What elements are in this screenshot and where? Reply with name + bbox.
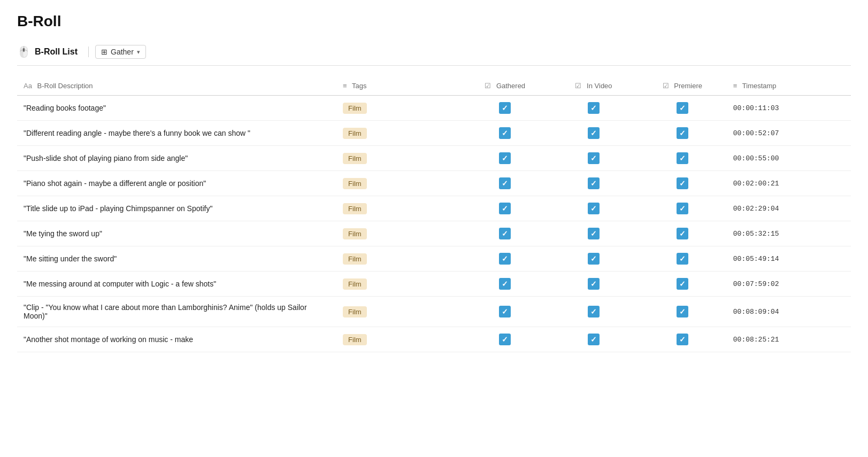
gather-label: Gather (111, 48, 134, 56)
tag-film[interactable]: Film (343, 278, 367, 290)
table-row: "Another shot montage of working on musi… (17, 327, 851, 352)
checkbox-checked[interactable]: ✓ (677, 152, 688, 164)
cell-invideo: ✓ (549, 297, 638, 327)
cell-tags: Film (336, 171, 460, 196)
toolbar-divider (88, 47, 89, 57)
cell-description: "Different reading angle - maybe there's… (17, 121, 336, 146)
cell-premiere: ✓ (638, 171, 727, 196)
checkbox-checked[interactable]: ✓ (499, 127, 511, 139)
cell-description: "Me sitting under the sword" (17, 246, 336, 272)
checkbox-checked[interactable]: ✓ (499, 334, 511, 345)
cell-description: "Clip - "You know what I care about more… (17, 297, 336, 327)
cell-description: "Title slide up to iPad - playing Chimps… (17, 196, 336, 221)
checkbox-checked[interactable]: ✓ (499, 102, 511, 114)
tag-film[interactable]: Film (343, 128, 367, 139)
cell-premiere: ✓ (638, 327, 727, 352)
check-icon-premiere: ☑ (663, 82, 669, 90)
cell-description: "Push-slide shot of playing piano from s… (17, 146, 336, 171)
cell-gathered: ✓ (460, 297, 549, 327)
cell-timestamp: 00:02:00:21 (727, 171, 851, 196)
checkbox-checked[interactable]: ✓ (499, 203, 511, 214)
text-icon: Aa (24, 82, 32, 90)
cell-gathered: ✓ (460, 196, 549, 221)
table-row: "Reading books footage" Film ✓ ✓ ✓ 00:00… (17, 96, 851, 121)
checkbox-checked[interactable]: ✓ (588, 334, 600, 345)
checkbox-checked[interactable]: ✓ (677, 278, 688, 290)
checkbox-checked[interactable]: ✓ (499, 278, 511, 290)
cell-premiere: ✓ (638, 246, 727, 272)
cell-premiere: ✓ (638, 96, 727, 121)
check-icon-invideo: ☑ (575, 82, 581, 90)
list-icon: ≡ (343, 82, 347, 90)
cell-gathered: ✓ (460, 221, 549, 246)
toolbar: 🖱️ B-Roll List ⊞ Gather ▾ (17, 45, 851, 66)
table-row: "Push-slide shot of playing piano from s… (17, 146, 851, 171)
cell-premiere: ✓ (638, 272, 727, 297)
checkbox-checked[interactable]: ✓ (588, 253, 600, 265)
checkbox-checked[interactable]: ✓ (588, 152, 600, 164)
tag-film[interactable]: Film (343, 103, 367, 114)
cell-timestamp: 00:00:55:00 (727, 146, 851, 171)
checkbox-checked[interactable]: ✓ (588, 203, 600, 214)
cell-premiere: ✓ (638, 196, 727, 221)
cell-gathered: ✓ (460, 272, 549, 297)
checkbox-checked[interactable]: ✓ (499, 152, 511, 164)
table-row: "Different reading angle - maybe there's… (17, 121, 851, 146)
cell-description: "Another shot montage of working on musi… (17, 327, 336, 352)
chevron-down-icon: ▾ (137, 49, 140, 56)
checkbox-checked[interactable]: ✓ (677, 253, 688, 265)
checkbox-checked[interactable]: ✓ (677, 334, 688, 345)
checkbox-checked[interactable]: ✓ (677, 177, 688, 189)
col-header-description: Aa B-Roll Description (17, 76, 336, 96)
tag-film[interactable]: Film (343, 334, 367, 345)
checkbox-checked[interactable]: ✓ (677, 306, 688, 317)
cell-invideo: ✓ (549, 221, 638, 246)
tag-film[interactable]: Film (343, 178, 367, 189)
cell-gathered: ✓ (460, 146, 549, 171)
cell-invideo: ✓ (549, 196, 638, 221)
cell-gathered: ✓ (460, 96, 549, 121)
checkbox-checked[interactable]: ✓ (588, 228, 600, 239)
table-header-row: Aa B-Roll Description ≡ Tags ☑ Gathered … (17, 76, 851, 96)
checkbox-checked[interactable]: ✓ (677, 228, 688, 239)
cell-premiere: ✓ (638, 221, 727, 246)
checkbox-checked[interactable]: ✓ (499, 228, 511, 239)
checkbox-checked[interactable]: ✓ (588, 102, 600, 114)
cell-tags: Film (336, 297, 460, 327)
col-header-gathered: ☑ Gathered (460, 76, 549, 96)
checkbox-checked[interactable]: ✓ (588, 306, 600, 317)
cell-premiere: ✓ (638, 121, 727, 146)
gather-button[interactable]: ⊞ Gather ▾ (95, 45, 146, 59)
cell-tags: Film (336, 96, 460, 121)
checkbox-checked[interactable]: ✓ (677, 102, 688, 114)
cell-timestamp: 00:05:49:14 (727, 246, 851, 272)
tag-film[interactable]: Film (343, 228, 367, 239)
checkbox-checked[interactable]: ✓ (499, 253, 511, 265)
cell-invideo: ✓ (549, 121, 638, 146)
tag-film[interactable]: Film (343, 203, 367, 214)
page-title: B-Roll (17, 13, 851, 30)
checkbox-checked[interactable]: ✓ (677, 203, 688, 214)
cell-gathered: ✓ (460, 121, 549, 146)
tag-film[interactable]: Film (343, 306, 367, 317)
list-icon-timestamp: ≡ (733, 82, 738, 90)
checkbox-checked[interactable]: ✓ (499, 177, 511, 189)
checkbox-checked[interactable]: ✓ (588, 127, 600, 139)
cell-invideo: ✓ (549, 272, 638, 297)
checkbox-checked[interactable]: ✓ (499, 306, 511, 317)
tag-film[interactable]: Film (343, 253, 367, 265)
broll-icon: 🖱️ (17, 45, 30, 58)
cell-timestamp: 00:07:59:02 (727, 272, 851, 297)
table-row: "Me tying the sword up" Film ✓ ✓ ✓ 00:05… (17, 221, 851, 246)
checkbox-checked[interactable]: ✓ (588, 177, 600, 189)
table-row: "Me sitting under the sword" Film ✓ ✓ ✓ … (17, 246, 851, 272)
cell-tags: Film (336, 246, 460, 272)
col-header-tags: ≡ Tags (336, 76, 460, 96)
checkbox-checked[interactable]: ✓ (588, 278, 600, 290)
col-header-timestamp: ≡ Timestamp (727, 76, 851, 96)
cell-timestamp: 00:00:11:03 (727, 96, 851, 121)
tag-film[interactable]: Film (343, 153, 367, 164)
checkbox-checked[interactable]: ✓ (677, 127, 688, 139)
table-row: "Piano shot again - maybe a different an… (17, 171, 851, 196)
cell-timestamp: 00:05:32:15 (727, 221, 851, 246)
